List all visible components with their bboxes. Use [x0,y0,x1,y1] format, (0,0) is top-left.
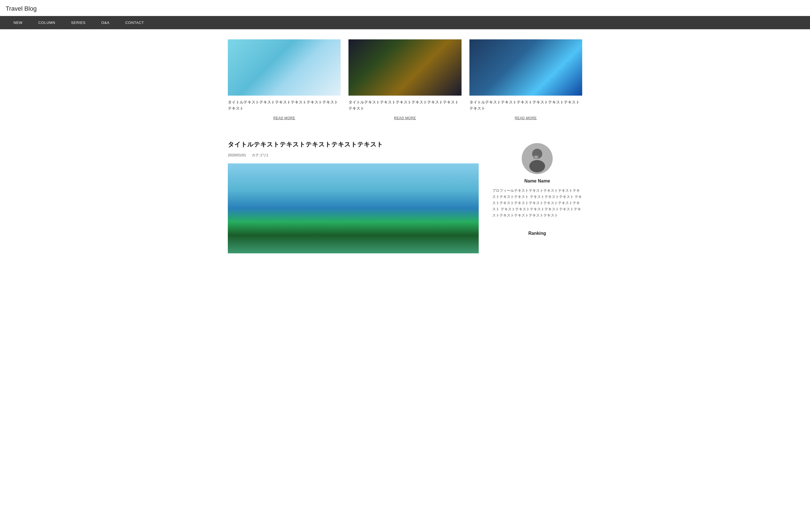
profile-section: Name Name プロフィールテキストテキストテキストテキストテキストテキスト… [492,140,582,225]
card3-title: タイトルテキストテキストテキストテキストテキストテキストテキスト [469,99,582,112]
svg-point-4 [535,156,537,158]
article-meta: 2020/01/01 カテゴリ1 [228,153,479,158]
nav-item-column[interactable]: COLUMN [30,16,63,29]
main-wrapper: タイトルテキストテキストテキストテキストテキストテキストテキスト READ MO… [222,29,588,265]
card1-read-more[interactable]: READ MORE [228,114,341,123]
card3-read-more[interactable]: READ MORE [469,114,582,123]
sidebar: Name Name プロフィールテキストテキストテキストテキストテキストテキスト… [492,140,582,253]
nav-item-new[interactable]: NEW [6,16,30,29]
profile-name: Name Name [492,179,582,184]
card2-title: タイトルテキストテキストテキストテキストテキストテキストテキスト [349,99,461,112]
card1-image [228,39,341,96]
profile-bio: プロフィールテキストテキストテキストテキストテキストテキストテキスト テキストテ… [492,187,582,218]
card1-title: タイトルテキストテキストテキストテキストテキストテキストテキスト [228,99,341,112]
ranking-title: Ranking [492,231,582,236]
card3-image [469,39,582,96]
avatar [522,143,553,174]
article-main-image [228,163,479,253]
content-row: タイトルテキストテキストテキストテキストテキスト 2020/01/01 カテゴリ… [228,129,582,265]
featured-row: タイトルテキストテキストテキストテキストテキストテキストテキスト READ MO… [228,29,582,129]
main-nav: NEW COLUMN SERIES O&A CONTACT [0,16,810,29]
card2-read-more[interactable]: READ MORE [349,114,461,123]
nav-item-qa[interactable]: O&A [93,16,117,29]
featured-card-2: タイトルテキストテキストテキストテキストテキストテキストテキスト READ MO… [349,39,461,123]
site-title: Travel Blog [6,5,804,12]
site-header: Travel Blog [0,0,810,16]
featured-card-3: タイトルテキストテキストテキストテキストテキストテキストテキスト READ MO… [469,39,582,123]
article-date: 2020/01/01 [228,153,246,157]
featured-card-1: タイトルテキストテキストテキストテキストテキストテキストテキスト READ MO… [228,39,341,123]
article-section: タイトルテキストテキストテキストテキストテキスト 2020/01/01 カテゴリ… [228,140,479,253]
nav-item-contact[interactable]: CONTACT [117,16,152,29]
article-title: タイトルテキストテキストテキストテキストテキスト [228,140,479,149]
card2-image [349,39,461,96]
article-category: カテゴリ1 [252,153,268,157]
svg-point-2 [529,160,545,172]
nav-item-series[interactable]: SERIES [63,16,94,29]
avatar-image [522,143,553,174]
